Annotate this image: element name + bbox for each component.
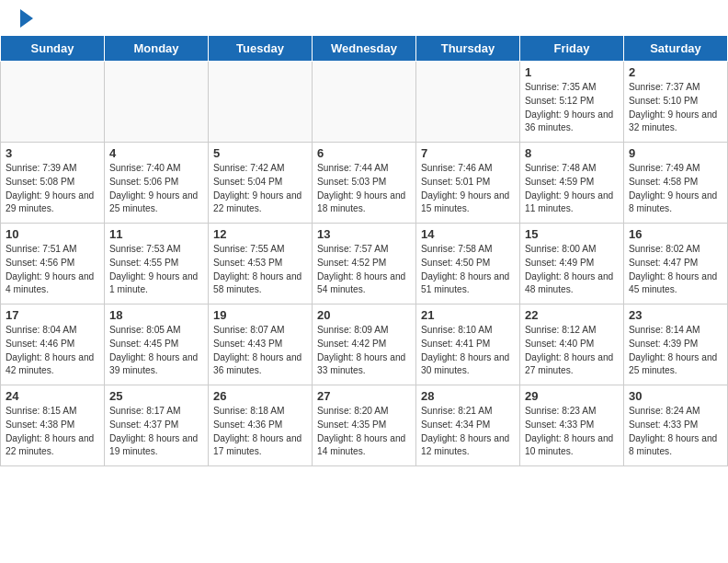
day-info: Sunrise: 8:15 AM Sunset: 4:38 PM Dayligh… bbox=[6, 405, 99, 459]
calendar-cell: 19Sunrise: 8:07 AM Sunset: 4:43 PM Dayli… bbox=[209, 304, 313, 385]
day-info: Sunrise: 7:57 AM Sunset: 4:52 PM Dayligh… bbox=[317, 243, 411, 297]
calendar-cell: 20Sunrise: 8:09 AM Sunset: 4:42 PM Dayli… bbox=[313, 304, 416, 385]
day-number: 3 bbox=[6, 146, 99, 160]
calendar-cell bbox=[209, 62, 313, 143]
day-info: Sunrise: 7:39 AM Sunset: 5:08 PM Dayligh… bbox=[6, 162, 99, 216]
calendar-cell: 23Sunrise: 8:14 AM Sunset: 4:39 PM Dayli… bbox=[624, 304, 728, 385]
day-number: 16 bbox=[629, 227, 722, 241]
day-number: 7 bbox=[421, 146, 515, 160]
day-number: 19 bbox=[213, 308, 307, 322]
calendar-cell: 8Sunrise: 7:48 AM Sunset: 4:59 PM Daylig… bbox=[520, 143, 624, 224]
calendar-week-3: 10Sunrise: 7:51 AM Sunset: 4:56 PM Dayli… bbox=[1, 224, 728, 304]
day-info: Sunrise: 8:21 AM Sunset: 4:34 PM Dayligh… bbox=[421, 405, 515, 459]
day-number: 28 bbox=[421, 389, 515, 403]
day-info: Sunrise: 8:00 AM Sunset: 4:49 PM Dayligh… bbox=[525, 243, 619, 297]
calendar-cell: 2Sunrise: 7:37 AM Sunset: 5:10 PM Daylig… bbox=[624, 62, 728, 143]
weekday-header-row: SundayMondayTuesdayWednesdayThursdayFrid… bbox=[1, 36, 728, 62]
day-number: 26 bbox=[213, 389, 307, 403]
calendar-cell: 17Sunrise: 8:04 AM Sunset: 4:46 PM Dayli… bbox=[1, 304, 105, 385]
day-number: 5 bbox=[213, 146, 307, 160]
day-info: Sunrise: 8:12 AM Sunset: 4:40 PM Dayligh… bbox=[525, 324, 619, 378]
day-info: Sunrise: 8:04 AM Sunset: 4:46 PM Dayligh… bbox=[6, 324, 99, 378]
calendar-week-5: 24Sunrise: 8:15 AM Sunset: 4:38 PM Dayli… bbox=[1, 385, 728, 466]
logo-arrow-icon bbox=[20, 9, 33, 28]
day-number: 4 bbox=[109, 146, 203, 160]
calendar-cell: 1Sunrise: 7:35 AM Sunset: 5:12 PM Daylig… bbox=[520, 62, 624, 143]
weekday-header-thursday: Thursday bbox=[416, 36, 520, 62]
calendar-cell: 30Sunrise: 8:24 AM Sunset: 4:33 PM Dayli… bbox=[624, 385, 728, 466]
day-info: Sunrise: 8:05 AM Sunset: 4:45 PM Dayligh… bbox=[109, 324, 203, 378]
day-info: Sunrise: 7:42 AM Sunset: 5:04 PM Dayligh… bbox=[213, 162, 307, 216]
calendar-week-4: 17Sunrise: 8:04 AM Sunset: 4:46 PM Dayli… bbox=[1, 304, 728, 385]
calendar-cell: 14Sunrise: 7:58 AM Sunset: 4:50 PM Dayli… bbox=[416, 224, 520, 304]
day-info: Sunrise: 8:07 AM Sunset: 4:43 PM Dayligh… bbox=[213, 324, 307, 378]
day-info: Sunrise: 7:53 AM Sunset: 4:55 PM Dayligh… bbox=[109, 243, 203, 297]
day-number: 20 bbox=[317, 308, 411, 322]
day-info: Sunrise: 8:02 AM Sunset: 4:47 PM Dayligh… bbox=[629, 243, 722, 297]
day-info: Sunrise: 8:24 AM Sunset: 4:33 PM Dayligh… bbox=[629, 405, 722, 459]
weekday-header-wednesday: Wednesday bbox=[313, 36, 416, 62]
calendar-cell: 3Sunrise: 7:39 AM Sunset: 5:08 PM Daylig… bbox=[1, 143, 105, 224]
day-number: 17 bbox=[6, 308, 99, 322]
day-number: 27 bbox=[317, 389, 411, 403]
day-info: Sunrise: 8:14 AM Sunset: 4:39 PM Dayligh… bbox=[629, 324, 722, 378]
calendar-cell bbox=[416, 62, 520, 143]
day-info: Sunrise: 7:44 AM Sunset: 5:03 PM Dayligh… bbox=[317, 162, 411, 216]
calendar-week-2: 3Sunrise: 7:39 AM Sunset: 5:08 PM Daylig… bbox=[1, 143, 728, 224]
day-number: 11 bbox=[109, 227, 203, 241]
calendar-cell: 9Sunrise: 7:49 AM Sunset: 4:58 PM Daylig… bbox=[624, 143, 728, 224]
calendar-table: SundayMondayTuesdayWednesdayThursdayFrid… bbox=[0, 35, 728, 466]
calendar-cell bbox=[1, 62, 105, 143]
day-info: Sunrise: 8:18 AM Sunset: 4:36 PM Dayligh… bbox=[213, 405, 307, 459]
calendar-cell: 10Sunrise: 7:51 AM Sunset: 4:56 PM Dayli… bbox=[1, 224, 105, 304]
calendar-cell: 21Sunrise: 8:10 AM Sunset: 4:41 PM Dayli… bbox=[416, 304, 520, 385]
calendar-cell: 25Sunrise: 8:17 AM Sunset: 4:37 PM Dayli… bbox=[105, 385, 209, 466]
weekday-header-monday: Monday bbox=[105, 36, 209, 62]
calendar-cell: 7Sunrise: 7:46 AM Sunset: 5:01 PM Daylig… bbox=[416, 143, 520, 224]
calendar-cell: 4Sunrise: 7:40 AM Sunset: 5:06 PM Daylig… bbox=[105, 143, 209, 224]
weekday-header-tuesday: Tuesday bbox=[209, 36, 313, 62]
calendar-cell: 27Sunrise: 8:20 AM Sunset: 4:35 PM Dayli… bbox=[313, 385, 416, 466]
day-info: Sunrise: 8:10 AM Sunset: 4:41 PM Dayligh… bbox=[421, 324, 515, 378]
calendar-cell: 5Sunrise: 7:42 AM Sunset: 5:04 PM Daylig… bbox=[209, 143, 313, 224]
day-number: 14 bbox=[421, 227, 515, 241]
calendar-cell: 29Sunrise: 8:23 AM Sunset: 4:33 PM Dayli… bbox=[520, 385, 624, 466]
day-info: Sunrise: 7:35 AM Sunset: 5:12 PM Dayligh… bbox=[525, 81, 619, 135]
day-number: 18 bbox=[109, 308, 203, 322]
calendar-cell: 28Sunrise: 8:21 AM Sunset: 4:34 PM Dayli… bbox=[416, 385, 520, 466]
day-info: Sunrise: 7:49 AM Sunset: 4:58 PM Dayligh… bbox=[629, 162, 722, 216]
day-info: Sunrise: 7:48 AM Sunset: 4:59 PM Dayligh… bbox=[525, 162, 619, 216]
weekday-header-saturday: Saturday bbox=[624, 36, 728, 62]
day-number: 8 bbox=[525, 146, 619, 160]
day-info: Sunrise: 8:17 AM Sunset: 4:37 PM Dayligh… bbox=[109, 405, 203, 459]
calendar-cell: 15Sunrise: 8:00 AM Sunset: 4:49 PM Dayli… bbox=[520, 224, 624, 304]
weekday-header-sunday: Sunday bbox=[1, 36, 105, 62]
calendar-cell: 6Sunrise: 7:44 AM Sunset: 5:03 PM Daylig… bbox=[313, 143, 416, 224]
day-number: 29 bbox=[525, 389, 619, 403]
day-info: Sunrise: 8:23 AM Sunset: 4:33 PM Dayligh… bbox=[525, 405, 619, 459]
day-info: Sunrise: 7:46 AM Sunset: 5:01 PM Dayligh… bbox=[421, 162, 515, 216]
day-number: 30 bbox=[629, 389, 722, 403]
calendar-cell: 13Sunrise: 7:57 AM Sunset: 4:52 PM Dayli… bbox=[313, 224, 416, 304]
day-number: 12 bbox=[213, 227, 307, 241]
day-number: 21 bbox=[421, 308, 515, 322]
calendar-cell: 12Sunrise: 7:55 AM Sunset: 4:53 PM Dayli… bbox=[209, 224, 313, 304]
day-number: 23 bbox=[629, 308, 722, 322]
day-number: 15 bbox=[525, 227, 619, 241]
calendar-week-1: 1Sunrise: 7:35 AM Sunset: 5:12 PM Daylig… bbox=[1, 62, 728, 143]
day-number: 2 bbox=[629, 65, 722, 79]
day-number: 24 bbox=[6, 389, 99, 403]
day-info: Sunrise: 7:55 AM Sunset: 4:53 PM Dayligh… bbox=[213, 243, 307, 297]
day-info: Sunrise: 7:58 AM Sunset: 4:50 PM Dayligh… bbox=[421, 243, 515, 297]
day-number: 6 bbox=[317, 146, 411, 160]
calendar-cell: 18Sunrise: 8:05 AM Sunset: 4:45 PM Dayli… bbox=[105, 304, 209, 385]
calendar-cell bbox=[105, 62, 209, 143]
calendar-cell: 22Sunrise: 8:12 AM Sunset: 4:40 PM Dayli… bbox=[520, 304, 624, 385]
weekday-header-friday: Friday bbox=[520, 36, 624, 62]
day-number: 10 bbox=[6, 227, 99, 241]
calendar-cell bbox=[313, 62, 416, 143]
day-info: Sunrise: 7:51 AM Sunset: 4:56 PM Dayligh… bbox=[6, 243, 99, 297]
day-number: 22 bbox=[525, 308, 619, 322]
day-info: Sunrise: 8:09 AM Sunset: 4:42 PM Dayligh… bbox=[317, 324, 411, 378]
day-info: Sunrise: 7:37 AM Sunset: 5:10 PM Dayligh… bbox=[629, 81, 722, 135]
